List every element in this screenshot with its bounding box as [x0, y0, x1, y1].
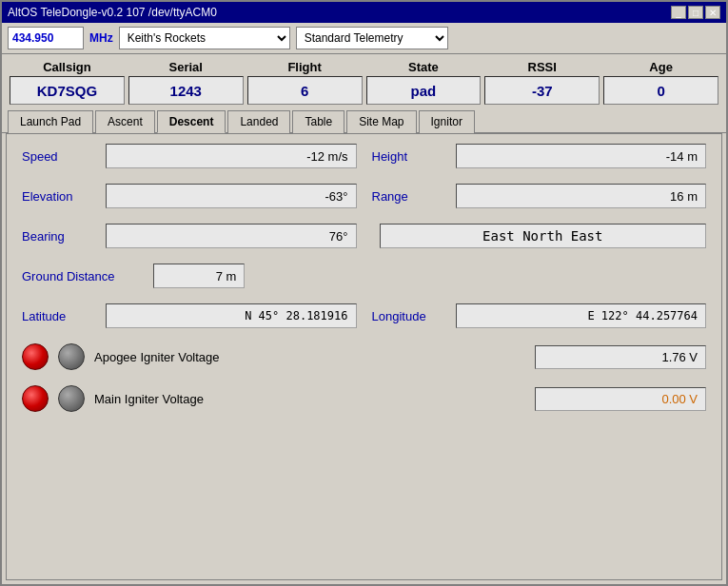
tab-landed[interactable]: Landed — [227, 110, 290, 133]
frequency-input[interactable] — [8, 27, 84, 49]
speed-height-row: Speed -12 m/s Height -14 m — [22, 144, 706, 168]
rssi-cell: RSSI -37 — [484, 60, 600, 105]
flight-label: Flight — [287, 60, 321, 74]
tab-ignitor[interactable]: Ignitor — [419, 110, 475, 133]
longitude-label: Longitude — [372, 309, 448, 323]
main-voltage: 0.00 V — [661, 392, 698, 406]
elevation-range-row: Elevation -63° Range 16 m — [22, 184, 706, 208]
main-igniter-row: Main Igniter Voltage 0.00 V — [22, 385, 706, 412]
main-led-gray — [58, 385, 85, 412]
latitude-label: Latitude — [22, 309, 98, 323]
speed-value: -12 m/s — [106, 144, 357, 168]
serial-cell: Serial 1243 — [128, 60, 244, 105]
main-led-red — [22, 385, 49, 412]
range-label: Range — [372, 189, 448, 204]
ground-dist-row: Ground Distance 7 m — [22, 264, 706, 288]
apogee-igniter-value: 1.76 V — [535, 345, 706, 369]
bearing-row: Bearing 76° East North East — [22, 224, 706, 248]
main-igniter-value: 0.00 V — [535, 387, 706, 411]
rocket-select[interactable]: Keith's Rockets — [119, 27, 290, 49]
tab-ascent[interactable]: Ascent — [95, 110, 155, 133]
ground-distance-value: 7 m — [153, 264, 245, 288]
mhz-label: MHz — [89, 31, 113, 45]
elevation-label: Elevation — [22, 189, 98, 204]
ground-dist-spacer — [260, 264, 706, 288]
latitude-value: N 45° 28.181916 — [106, 303, 357, 328]
maximize-button[interactable]: □ — [688, 6, 703, 19]
elevation-group: Elevation -63° — [22, 184, 357, 208]
tab-table[interactable]: Table — [292, 110, 344, 133]
height-group: Height -14 m — [372, 144, 707, 168]
tab-bar: Launch Pad Ascent Descent Landed Table S… — [2, 110, 726, 133]
bearing-dir-group: East North East — [372, 224, 707, 248]
apogee-voltage: 1.76 V — [661, 350, 698, 364]
elevation-value: -63° — [106, 184, 357, 208]
ground-distance-label: Ground Distance — [22, 269, 146, 283]
callsign-value: KD7SQG — [10, 76, 125, 105]
main-igniter-label: Main Igniter Voltage — [94, 392, 525, 406]
height-value: -14 m — [456, 144, 707, 168]
apogee-igniter-label: Apogee Igniter Voltage — [94, 350, 525, 364]
callsign-cell: Callsign KD7SQG — [10, 60, 125, 105]
callsign-label: Callsign — [43, 60, 91, 74]
apogee-igniter-row: Apogee Igniter Voltage 1.76 V — [22, 343, 706, 370]
serial-value: 1243 — [128, 76, 244, 105]
state-cell: State pad — [366, 60, 482, 105]
latitude-group: Latitude N 45° 28.181916 — [22, 303, 357, 328]
age-value: 0 — [603, 76, 718, 105]
ground-distance-group: Ground Distance 7 m — [22, 264, 245, 288]
flight-value: 6 — [247, 76, 363, 105]
tab-launch-pad[interactable]: Launch Pad — [8, 110, 93, 133]
speed-label: Speed — [22, 149, 98, 164]
tab-site-map[interactable]: Site Map — [346, 110, 416, 133]
state-value: pad — [366, 76, 482, 105]
bearing-label: Bearing — [22, 229, 98, 244]
header-grid: Callsign KD7SQG Serial 1243 Flight 6 Sta… — [2, 54, 726, 110]
close-button[interactable]: ✕ — [705, 6, 720, 19]
title-bar: AltOS TeleDongle-v0.2 107 /dev/ttyACM0 _… — [2, 2, 726, 23]
rssi-label: RSSI — [528, 60, 557, 74]
bearing-group: Bearing 76° — [22, 224, 357, 248]
range-group: Range 16 m — [372, 184, 707, 208]
main-window: AltOS TeleDongle-v0.2 107 /dev/ttyACM0 _… — [0, 0, 728, 586]
speed-group: Speed -12 m/s — [22, 144, 357, 168]
minimize-button[interactable]: _ — [671, 6, 686, 19]
bearing-dir-value: East North East — [380, 224, 707, 248]
title-bar-buttons: _ □ ✕ — [671, 6, 720, 19]
flight-cell: Flight 6 — [247, 60, 363, 105]
age-label: Age — [649, 60, 673, 74]
content-panel: Speed -12 m/s Height -14 m Elevation -63… — [6, 133, 722, 580]
longitude-group: Longitude E 122° 44.257764 — [372, 303, 707, 328]
apogee-led-red — [22, 343, 49, 370]
telemetry-select[interactable]: Standard Telemetry — [296, 27, 448, 49]
rssi-value: -37 — [484, 76, 600, 105]
window-title: AltOS TeleDongle-v0.2 107 /dev/ttyACM0 — [8, 6, 217, 19]
range-value: 16 m — [456, 184, 707, 208]
bearing-value: 76° — [106, 224, 357, 248]
serial-label: Serial — [169, 60, 203, 74]
age-cell: Age 0 — [603, 60, 718, 105]
height-label: Height — [372, 149, 448, 164]
longitude-value: E 122° 44.257764 — [456, 303, 707, 328]
state-label: State — [408, 60, 439, 74]
toolbar: MHz Keith's Rockets Standard Telemetry — [2, 23, 726, 54]
apogee-led-gray — [58, 343, 85, 370]
lat-lon-row: Latitude N 45° 28.181916 Longitude E 122… — [22, 303, 706, 328]
tab-descent[interactable]: Descent — [157, 110, 226, 133]
